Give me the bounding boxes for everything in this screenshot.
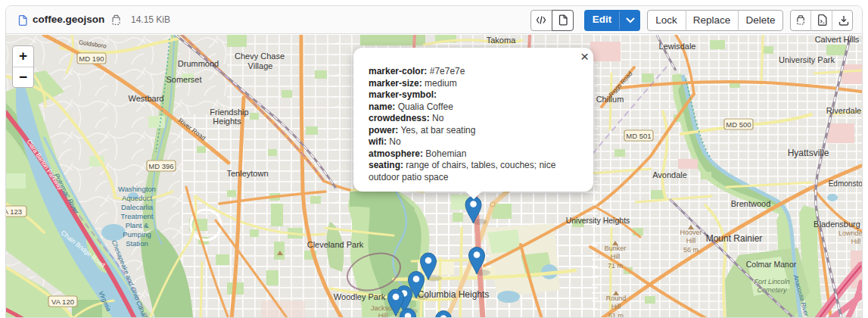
svg-text:Hyattsville: Hyattsville <box>788 148 829 158</box>
svg-text:University Heights: University Heights <box>566 216 630 225</box>
svg-text:Colmar Manor: Colmar Manor <box>746 260 797 269</box>
svg-text:Dalecarlia: Dalecarlia <box>121 203 154 211</box>
svg-text:Aqueduct: Aqueduct <box>122 194 153 202</box>
svg-text:Station: Station <box>126 239 148 248</box>
svg-text:Avondale: Avondale <box>652 170 687 179</box>
svg-text:Hill: Hill <box>611 303 621 310</box>
svg-text:Chevy Chase: Chevy Chase <box>235 51 285 61</box>
svg-text:Mount Rainier: Mount Rainier <box>706 233 763 244</box>
svg-text:Heights: Heights <box>213 117 241 126</box>
svg-text:Lewisdale: Lewisdale <box>659 42 696 51</box>
svg-text:MD 190: MD 190 <box>79 55 104 63</box>
svg-text:Cleveland Park: Cleveland Park <box>307 240 364 249</box>
svg-text:Plant &: Plant & <box>126 221 149 229</box>
svg-text:Hoover: Hoover <box>680 229 702 236</box>
svg-text:Woodley Park: Woodley Park <box>334 292 386 301</box>
svg-text:Edmonston: Edmonston <box>829 179 862 188</box>
svg-text:71 m: 71 m <box>608 262 623 270</box>
svg-text:Riverdale: Riverdale <box>826 106 861 115</box>
svg-text:Tenleytown: Tenleytown <box>226 169 268 178</box>
svg-text:Bladensburg: Bladensburg <box>814 220 860 229</box>
svg-text:MD 500: MD 500 <box>726 120 751 129</box>
svg-text:Jackso: Jackso <box>371 304 392 312</box>
svg-text:Round: Round <box>606 295 627 302</box>
svg-text:A 123: A 123 <box>6 207 22 216</box>
svg-text:MD 501: MD 501 <box>626 132 651 140</box>
svg-text:Bunker: Bunker <box>605 245 627 252</box>
svg-text:Calvert Hills: Calvert Hills <box>815 35 860 44</box>
svg-text:VA 120: VA 120 <box>51 298 74 306</box>
svg-text:56 m: 56 m <box>683 246 698 254</box>
svg-text:University Park: University Park <box>779 55 835 64</box>
svg-text:Hill: Hill <box>611 253 621 260</box>
svg-text:Friendship: Friendship <box>210 108 248 117</box>
svg-text:Drummond: Drummond <box>178 59 219 68</box>
svg-text:Washington: Washington <box>118 185 156 193</box>
svg-text:Village: Village <box>248 61 273 70</box>
svg-text:Hill: Hill <box>851 238 861 245</box>
svg-text:Cemetery: Cemetery <box>757 286 787 294</box>
svg-text:Lowndes: Lowndes <box>838 229 862 237</box>
svg-text:Brentwood: Brentwood <box>731 199 771 208</box>
svg-text:Somerset: Somerset <box>166 75 201 84</box>
svg-text:Takoma: Takoma <box>487 36 516 45</box>
svg-text:61 m: 61 m <box>608 312 624 318</box>
svg-text:Fort Lincoln: Fort Lincoln <box>754 278 789 285</box>
svg-text:Hill: Hill <box>378 312 388 318</box>
svg-text:Pumping: Pumping <box>123 230 151 238</box>
svg-text:Westbard: Westbard <box>129 94 164 103</box>
svg-text:Hill: Hill <box>686 237 696 245</box>
svg-text:Treatment: Treatment <box>121 212 154 220</box>
svg-text:MD 396: MD 396 <box>148 162 173 170</box>
